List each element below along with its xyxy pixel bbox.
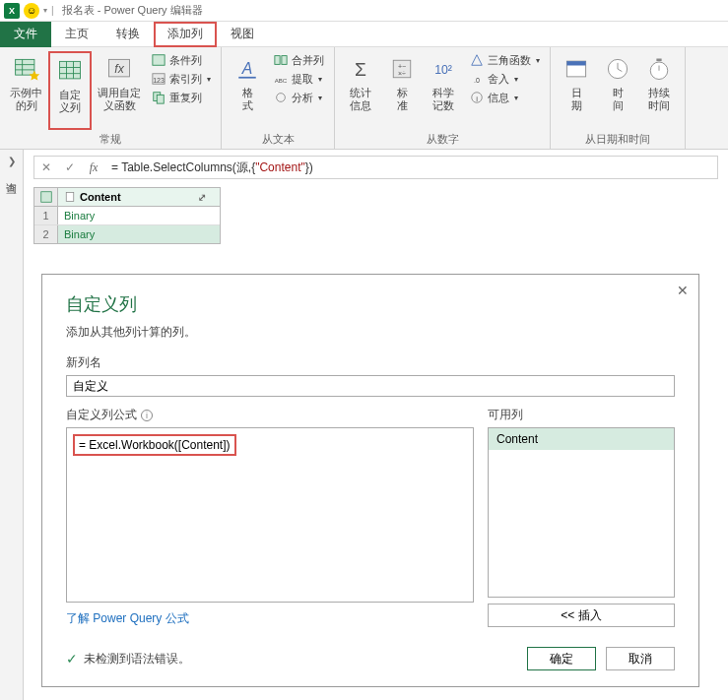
duration-button[interactable]: 持续 时间: [639, 51, 679, 130]
insert-button[interactable]: << 插入: [488, 604, 675, 627]
expand-icon[interactable]: ⤢: [198, 192, 214, 203]
svg-rect-28: [656, 59, 661, 62]
extract-label: 提取: [292, 72, 313, 87]
available-columns-label: 可用列: [488, 407, 675, 423]
ribbon-group-from-text: A 格 式 合并列 ABC提取▾ 分析▾ 从文本: [222, 47, 335, 149]
tab-home[interactable]: 主页: [51, 22, 102, 47]
tab-view[interactable]: 视图: [217, 22, 268, 47]
invoke-function-button[interactable]: fx 调用自定 义函数: [94, 51, 145, 130]
duplicate-column-button[interactable]: 重复列: [147, 89, 215, 106]
ribbon-group-from-datetime: 日 期 时 间 持续 时间 从日期和时间: [551, 47, 686, 149]
extract-button[interactable]: ABC提取▾: [269, 70, 328, 88]
dropdown-icon: ▾: [207, 75, 211, 84]
formula-bar: ✕ ✓ fx = Table.SelectColumns(源,{"Content…: [33, 156, 718, 179]
info-button[interactable]: i信息▾: [465, 89, 544, 106]
date-button[interactable]: 日 期: [557, 51, 596, 130]
index-column-label: 索引列: [169, 72, 202, 87]
table-row[interactable]: 2 Binary: [34, 225, 220, 243]
column-header-content[interactable]: Content ⤢: [58, 188, 220, 206]
statistics-label: 统计 信息: [350, 87, 371, 112]
duplicate-icon: [151, 90, 166, 105]
time-label: 时 间: [613, 87, 624, 112]
formula-string: "Content": [255, 160, 305, 174]
scientific-button[interactable]: 10² 科学 记数: [424, 51, 463, 130]
table-row[interactable]: 1 Binary: [34, 207, 220, 225]
svg-text:123: 123: [153, 77, 165, 84]
index-icon: 123: [151, 71, 166, 87]
formula-label: 自定义列公式 i: [66, 407, 474, 423]
svg-rect-11: [275, 56, 280, 65]
info-label: 信息: [488, 91, 509, 105]
merge-columns-button[interactable]: 合并列: [269, 51, 328, 69]
conditional-column-button[interactable]: 条件列: [147, 51, 215, 69]
standard-button[interactable]: +−×÷ 标 准: [382, 51, 422, 130]
qat-dropdown-icon[interactable]: ▾: [43, 6, 47, 15]
cancel-button[interactable]: 取消: [606, 647, 675, 670]
merge-icon: [273, 52, 289, 68]
merge-columns-label: 合并列: [292, 53, 324, 68]
tab-transform[interactable]: 转换: [102, 22, 154, 47]
column-header-label: Content: [80, 191, 121, 203]
index-column-button[interactable]: 123索引列▾: [147, 70, 215, 88]
close-icon[interactable]: ✕: [677, 283, 689, 298]
table-corner[interactable]: [34, 188, 58, 206]
dialog-title: 自定义列: [66, 292, 675, 316]
formula-textarea[interactable]: = Excel.Workbook([Content]): [66, 427, 474, 603]
extract-icon: ABC: [273, 71, 289, 87]
tab-add-column[interactable]: 添加列: [154, 22, 217, 47]
svg-text:+−: +−: [398, 63, 406, 70]
statistics-button[interactable]: Σ 统计 信息: [341, 51, 380, 130]
custom-column-label: 自定 义列: [59, 89, 81, 114]
column-type-icon: [64, 191, 76, 203]
formula-suffix: }): [305, 160, 313, 174]
rounding-label: 舍入: [488, 72, 509, 87]
tab-file[interactable]: 文件: [0, 22, 51, 47]
chevron-right-icon[interactable]: ❯: [8, 156, 16, 166]
dropdown-icon: ▾: [536, 56, 540, 65]
queries-pane-collapsed[interactable]: ❯ 查询: [0, 150, 24, 700]
available-column-item[interactable]: Content: [489, 428, 674, 450]
ribbon: 示例中 的列 自定 义列 fx 调用自定 义函数 条件列 123索引列▾ 重复列…: [0, 47, 728, 150]
available-columns-list: Content: [488, 427, 675, 598]
time-button[interactable]: 时 间: [598, 51, 637, 130]
cell-value: Binary: [58, 207, 220, 224]
trig-label: 三角函数: [488, 53, 531, 68]
format-button[interactable]: A 格 式: [228, 51, 267, 130]
parse-label: 分析: [292, 91, 313, 105]
newcol-input[interactable]: [66, 375, 675, 397]
check-icon: ✓: [66, 651, 78, 667]
svg-rect-29: [40, 192, 51, 203]
group-label-from-number: 从数字: [341, 130, 544, 147]
trig-button[interactable]: 三角函数▾: [465, 51, 544, 69]
svg-text:10²: 10²: [434, 63, 452, 77]
ok-button[interactable]: 确定: [527, 647, 596, 670]
learn-more-link[interactable]: 了解 Power Query 公式: [66, 610, 474, 627]
newcol-label: 新列名: [66, 354, 675, 371]
formula-input[interactable]: = Table.SelectColumns(源,{"Content"}): [105, 159, 717, 176]
triangle-icon: [469, 52, 485, 68]
scientific-label: 科学 记数: [432, 87, 454, 112]
date-label: 日 期: [571, 87, 582, 112]
formula-label-text: 自定义列公式: [66, 407, 137, 423]
cancel-formula-icon[interactable]: ✕: [34, 160, 58, 174]
clock-icon: [602, 53, 633, 85]
example-column-button[interactable]: 示例中 的列: [6, 51, 46, 130]
parse-button[interactable]: 分析▾: [269, 89, 328, 106]
table-star-icon: [11, 53, 42, 85]
rounding-button[interactable]: .0舍入▾: [465, 70, 544, 88]
cell-value: Binary: [58, 225, 220, 243]
custom-column-button[interactable]: 自定 义列: [48, 51, 92, 130]
svg-text:×÷: ×÷: [398, 70, 406, 77]
accept-formula-icon[interactable]: ✓: [58, 160, 82, 174]
standard-icon: +−×÷: [386, 53, 418, 85]
dropdown-icon: ▾: [318, 94, 322, 102]
dropdown-icon: ▾: [514, 75, 518, 84]
svg-rect-25: [566, 61, 585, 65]
info-icon[interactable]: i: [141, 410, 153, 421]
excel-icon: X: [4, 3, 20, 19]
svg-text:i: i: [476, 95, 478, 103]
format-icon: A: [232, 53, 263, 85]
rounding-icon: .0: [469, 71, 485, 87]
syntax-status: ✓ 未检测到语法错误。: [66, 651, 190, 668]
fx-icon: fx: [103, 53, 135, 85]
